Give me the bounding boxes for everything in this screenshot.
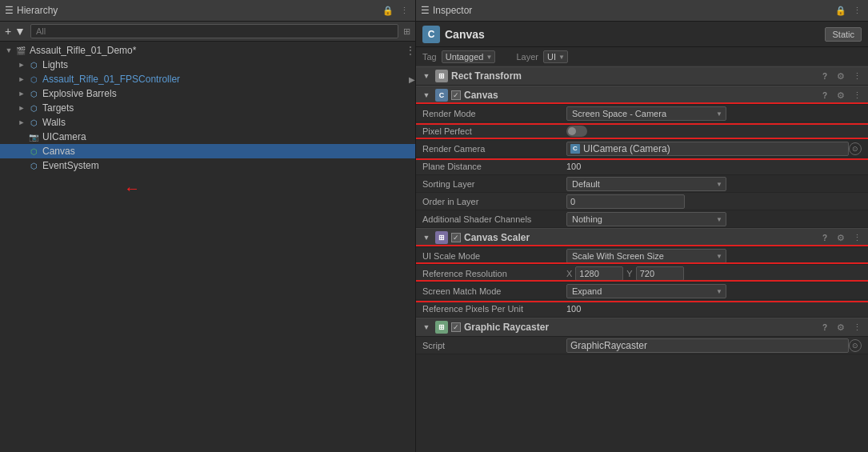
- scene-icon: 🎬: [14, 44, 27, 57]
- order-in-layer-label: Order in Layer: [422, 197, 566, 206]
- ref-resolution-y-input[interactable]: [636, 266, 684, 281]
- hierarchy-lock-icon[interactable]: 🔒: [381, 5, 395, 17]
- fps-arrow-icon: ▶: [409, 75, 415, 84]
- render-mode-row: Render Mode Screen Space - Camera: [416, 105, 868, 122]
- screen-match-mode-dropdown[interactable]: Expand: [566, 284, 726, 298]
- canvas-overflow-icon[interactable]: ⋮: [850, 89, 863, 102]
- script-select-btn[interactable]: ⊙: [849, 339, 862, 352]
- inspector-lock-icon[interactable]: 🔒: [834, 5, 848, 17]
- render-mode-dropdown[interactable]: Screen Space - Camera: [566, 106, 726, 121]
- order-in-layer-row: Order in Layer: [416, 193, 868, 210]
- ref-pixels-label: Reference Pixels Per Unit: [422, 304, 566, 314]
- scaler-settings-icon[interactable]: ⚙: [834, 231, 847, 244]
- canvas-icon: ⬡: [27, 145, 40, 158]
- shader-channels-dropdown[interactable]: Nothing: [566, 212, 726, 226]
- canvas-enabled-checkbox[interactable]: [451, 90, 461, 100]
- sorting-layer-dropdown[interactable]: Default: [566, 177, 726, 191]
- rect-overflow-icon[interactable]: ⋮: [850, 70, 863, 82]
- ref-resolution-label: Reference Resolution: [422, 269, 566, 278]
- pixel-perfect-toggle[interactable]: [566, 126, 587, 137]
- rect-transform-section-header[interactable]: ⊞ Rect Transform ⚙ ⋮: [416, 66, 868, 86]
- raycaster-arrow: [421, 322, 432, 333]
- tree-item-scene-root[interactable]: 🎬 Assault_Rifle_01_Demo* ⋮: [0, 43, 415, 58]
- static-button[interactable]: Static: [825, 27, 862, 42]
- rect-transform-title: Rect Transform: [451, 70, 815, 82]
- inspector-panel: ☰ Inspector 🔒 ⋮ C Canvas Static Tag Unta…: [416, 0, 868, 452]
- walls-icon: ⬡: [27, 116, 40, 129]
- canvas-component-icon: C: [422, 26, 440, 43]
- canvas-scaler-icons: ⚙ ⋮: [818, 231, 863, 244]
- rect-transform-arrow: [421, 70, 432, 82]
- tree-item-eventsystem[interactable]: ⬡ EventSystem: [0, 158, 415, 173]
- rect-help-icon[interactable]: [818, 70, 831, 82]
- arrow-fps: [16, 74, 27, 85]
- ref-pixels-row: Reference Pixels Per Unit 100: [416, 300, 868, 318]
- inspector-menu-icon[interactable]: ☰: [421, 5, 430, 16]
- y-label: Y: [626, 269, 632, 278]
- script-field[interactable]: GraphicRaycaster: [566, 338, 849, 353]
- tag-dropdown[interactable]: Untagged: [442, 50, 496, 63]
- add-button[interactable]: + ▼: [5, 25, 26, 38]
- raycaster-checkbox[interactable]: [451, 322, 461, 332]
- raycaster-help-icon[interactable]: [818, 321, 831, 334]
- scene-context-dots[interactable]: ⋮: [406, 45, 415, 56]
- tree-item-lights[interactable]: ⬡ Lights: [0, 58, 415, 72]
- search-input[interactable]: [30, 24, 398, 38]
- tree-item-uicamera[interactable]: 📷 UICamera: [0, 130, 415, 144]
- ui-scale-mode-row: UI Scale Mode Scale With Screen Size: [416, 247, 868, 265]
- sorting-layer-label: Sorting Layer: [422, 179, 566, 189]
- shader-channels-label: Additional Shader Channels: [422, 214, 566, 224]
- scaler-overflow-icon[interactable]: ⋮: [850, 231, 863, 244]
- tree-item-targets[interactable]: ⬡ Targets: [0, 101, 415, 115]
- canvas-component-name: Canvas: [445, 28, 820, 41]
- tree-label-barrels: Explosive Barrels: [42, 88, 117, 99]
- render-camera-field[interactable]: C UICamera (Camera): [566, 142, 849, 156]
- render-mode-label: Render Mode: [422, 109, 566, 118]
- canvas-section-header[interactable]: C Canvas ⚙ ⋮: [416, 86, 868, 105]
- rect-transform-section-icons: ⚙ ⋮: [818, 70, 863, 82]
- lights-icon: ⬡: [27, 58, 40, 71]
- eventsystem-icon: ⬡: [27, 159, 40, 172]
- layer-dropdown[interactable]: UI: [543, 50, 568, 63]
- raycaster-overflow-icon[interactable]: ⋮: [850, 321, 863, 334]
- screen-match-mode-row: Screen Match Mode Expand: [416, 282, 868, 300]
- tree-label-eventsystem: EventSystem: [42, 160, 99, 171]
- ref-resolution-x-input[interactable]: [575, 266, 623, 281]
- canvas-scaler-checkbox[interactable]: [451, 233, 461, 242]
- rect-settings-icon[interactable]: ⚙: [834, 70, 847, 82]
- shader-channels-row: Additional Shader Channels Nothing: [416, 210, 868, 228]
- tree-item-fps-controller[interactable]: ⬡ Assault_Rifle_01_FPSController ▶: [0, 72, 415, 86]
- hierarchy-dots-icon[interactable]: ⋮: [398, 5, 410, 17]
- render-camera-row: Render Camera C UICamera (Camera) ⊙: [416, 140, 868, 158]
- plane-distance-value: 100: [566, 162, 862, 171]
- red-arrow-indicator: ←: [124, 181, 140, 199]
- hierarchy-header: ☰ Hierarchy 🔒 ⋮: [0, 0, 415, 22]
- canvas-scaler-section-header[interactable]: ⊞ Canvas Scaler ⚙ ⋮: [416, 228, 868, 247]
- scaler-help-icon[interactable]: [818, 231, 831, 244]
- inspector-title: Inspector: [433, 5, 830, 16]
- canvas-settings-icon[interactable]: ⚙: [834, 89, 847, 102]
- render-camera-value: UICamera (Camera): [583, 143, 670, 154]
- hierarchy-menu-icon[interactable]: ☰: [5, 5, 14, 16]
- ui-scale-mode-label: UI Scale Mode: [422, 251, 566, 261]
- inspector-dots-icon[interactable]: ⋮: [851, 5, 863, 17]
- tree-item-walls[interactable]: ⬡ Walls: [0, 115, 415, 130]
- script-label: Script: [422, 341, 566, 350]
- graphic-raycaster-section-header[interactable]: ⊞ Graphic Raycaster ⚙ ⋮: [416, 318, 868, 337]
- ui-scale-mode-dropdown[interactable]: Scale With Screen Size: [566, 249, 726, 263]
- canvas-section-arrow: [421, 90, 432, 101]
- script-row: Script GraphicRaycaster ⊙: [416, 337, 868, 354]
- raycaster-settings-icon[interactable]: ⚙: [834, 321, 847, 334]
- tree-item-canvas[interactable]: ⬡ Canvas: [0, 144, 415, 158]
- canvas-help-icon[interactable]: [818, 89, 831, 102]
- tree-label-targets: Targets: [42, 102, 74, 114]
- hierarchy-title: Hierarchy: [17, 5, 378, 16]
- ref-pixels-value: 100: [566, 304, 862, 314]
- scene-view-icon[interactable]: ⊞: [403, 26, 410, 37]
- tree-item-barrels[interactable]: ⬡ Explosive Barrels: [0, 86, 415, 101]
- render-camera-select-btn[interactable]: ⊙: [849, 142, 862, 155]
- tree-label-scene-root: Assault_Rifle_01_Demo*: [30, 45, 136, 56]
- order-in-layer-input[interactable]: [566, 194, 685, 209]
- arrow-walls: [16, 117, 27, 128]
- canvas-component-header: C Canvas Static: [416, 22, 868, 47]
